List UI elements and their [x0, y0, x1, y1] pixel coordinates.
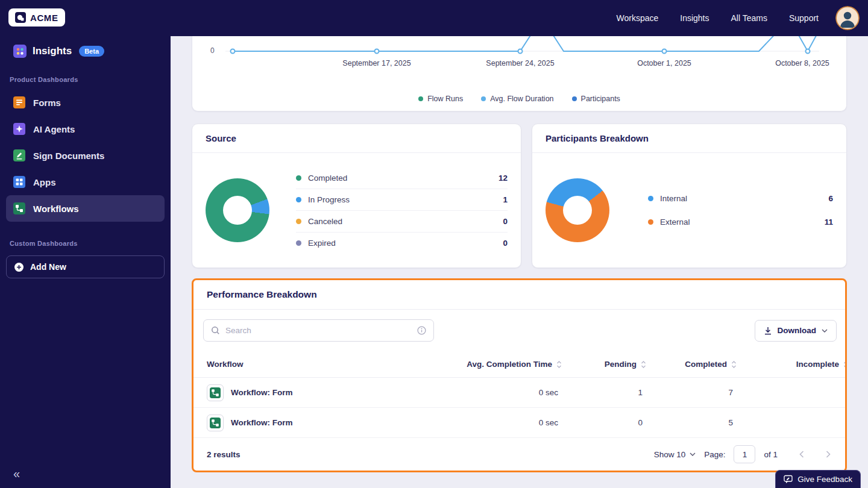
workflow-name: Workflow: Form — [231, 388, 293, 397]
apps-icon — [13, 176, 25, 188]
sidebar-item-label: Apps — [33, 177, 56, 187]
workflow-icon — [207, 384, 224, 401]
legend-flow-runs[interactable]: Flow Runs — [418, 95, 463, 103]
nav-support[interactable]: Support — [789, 13, 819, 23]
legend-label: Participants — [581, 95, 620, 103]
avatar[interactable] — [835, 6, 860, 30]
search-icon — [211, 326, 220, 335]
sort-icon — [731, 360, 737, 369]
flow-trend-chart-card: 0 September 17, 2025 September 24, 2025 … — [192, 36, 847, 111]
download-icon — [764, 327, 772, 335]
cell-completed: 7 — [652, 388, 743, 397]
collapse-sidebar-button[interactable]: « — [13, 467, 20, 481]
search-box — [203, 319, 434, 342]
feedback-label: Give Feedback — [797, 475, 852, 484]
legend-value: 12 — [498, 174, 508, 183]
column-label: Avg. Completion Time — [467, 360, 552, 369]
sidebar-item-sign-documents[interactable]: Sign Documents — [0, 142, 171, 169]
nav-all-teams[interactable]: All Teams — [731, 13, 767, 23]
pagination-controls: Show 10 Page: of 1 — [654, 445, 833, 463]
chevron-right-icon — [826, 451, 831, 458]
participants-card-title: Participants Breakdown — [532, 124, 846, 153]
participants-donut-chart — [546, 178, 609, 242]
page-input[interactable] — [734, 445, 755, 463]
column-label: Pending — [605, 360, 637, 369]
info-icon[interactable] — [417, 326, 426, 335]
performance-title: Performance Breakdown — [193, 280, 845, 310]
sign-documents-icon — [13, 149, 25, 161]
sort-icon — [641, 360, 646, 369]
legend-value: 11 — [825, 217, 833, 227]
legend-dot — [296, 175, 301, 181]
legend-row-canceled: Canceled 0 — [296, 211, 508, 233]
sidebar-item-forms[interactable]: Forms — [0, 89, 171, 116]
legend-label: Internal — [660, 194, 687, 203]
sidebar-item-workflows[interactable]: Workflows — [6, 195, 165, 222]
next-page-button[interactable] — [823, 448, 833, 460]
workflows-icon — [13, 202, 25, 214]
add-new-label: Add New — [30, 262, 66, 272]
legend-label: Expired — [308, 239, 336, 248]
sidebar-item-label: AI Agents — [33, 124, 75, 134]
column-label: Incomplete — [796, 360, 839, 369]
legend-label: Avg. Flow Duration — [490, 95, 553, 103]
main-content: 0 September 17, 2025 September 24, 2025 … — [171, 36, 868, 488]
x-axis-label: October 8, 2025 — [775, 59, 829, 67]
legend-value: 1 — [503, 195, 508, 204]
legend-dot — [296, 219, 301, 224]
acme-logo[interactable]: ACME — [8, 8, 65, 27]
column-completed[interactable]: Completed — [656, 360, 746, 369]
legend-row-completed: Completed 12 — [296, 167, 508, 189]
legend-dot — [296, 197, 301, 202]
sidebar: ACME Insights Beta Product Dashboards Fo… — [0, 0, 171, 488]
source-card: Source Completed 12 In Progress 1 — [192, 124, 521, 268]
source-legend: Completed 12 In Progress 1 Canceled 0 — [296, 167, 508, 254]
legend-dot — [481, 96, 486, 101]
column-workflow: Workflow — [193, 360, 427, 369]
x-axis-label: September 24, 2025 — [486, 59, 554, 67]
plus-circle-icon — [14, 262, 24, 272]
page-size-select[interactable]: Show 10 — [654, 450, 696, 459]
prev-page-button[interactable] — [797, 448, 807, 460]
legend-row-expired: Expired 0 — [296, 233, 508, 254]
add-new-button[interactable]: Add New — [6, 255, 165, 278]
sidebar-item-apps[interactable]: Apps — [0, 169, 171, 195]
search-input[interactable] — [225, 326, 412, 335]
legend-row-in-progress: In Progress 1 — [296, 189, 508, 211]
cell-avg-completion-time: 0 sec — [423, 388, 568, 397]
legend-dot — [572, 96, 577, 101]
legend-value: 0 — [503, 217, 508, 226]
download-button[interactable]: Download — [755, 320, 837, 342]
page-size-label: Show 10 — [654, 450, 686, 459]
legend-label: Completed — [308, 174, 347, 183]
results-count: 2 results — [207, 450, 241, 459]
legend-participants[interactable]: Participants — [572, 95, 620, 103]
workflow-name: Workflow: Form — [231, 418, 293, 427]
chart-legend: Flow Runs Avg. Flow Duration Participant… — [192, 95, 846, 103]
column-pending[interactable]: Pending — [571, 360, 656, 369]
column-label: Completed — [685, 360, 727, 369]
table-row[interactable]: Workflow: Form 0 sec 1 7 — [193, 378, 845, 408]
participants-legend: Internal 6 External 11 — [648, 187, 833, 234]
performance-breakdown-card: Performance Breakdown Download — [192, 278, 847, 472]
feedback-icon — [784, 475, 793, 484]
nav-insights[interactable]: Insights — [680, 13, 709, 23]
column-avg-completion-time[interactable]: Avg. Completion Time — [427, 360, 571, 369]
legend-row-external: External 11 — [648, 210, 833, 234]
table-header: Workflow Avg. Completion Time Pending Co… — [193, 351, 845, 378]
legend-avg-flow-duration[interactable]: Avg. Flow Duration — [481, 95, 553, 103]
cell-pending: 1 — [568, 388, 652, 397]
insights-header: Insights Beta — [13, 45, 171, 58]
acme-logo-text: ACME — [30, 13, 58, 23]
sidebar-item-ai-agents[interactable]: AI Agents — [0, 116, 171, 142]
chevron-down-icon — [822, 329, 828, 333]
workflow-icon — [207, 414, 224, 431]
column-incomplete[interactable]: Incomplete — [746, 360, 847, 369]
beta-badge: Beta — [79, 46, 104, 57]
legend-dot — [296, 240, 301, 246]
give-feedback-button[interactable]: Give Feedback — [775, 470, 861, 488]
table-row[interactable]: Workflow: Form 0 sec 0 5 — [193, 408, 845, 438]
nav-workspace[interactable]: Workspace — [616, 13, 658, 23]
chevron-down-icon — [690, 452, 696, 456]
chevron-left-icon — [799, 451, 804, 458]
